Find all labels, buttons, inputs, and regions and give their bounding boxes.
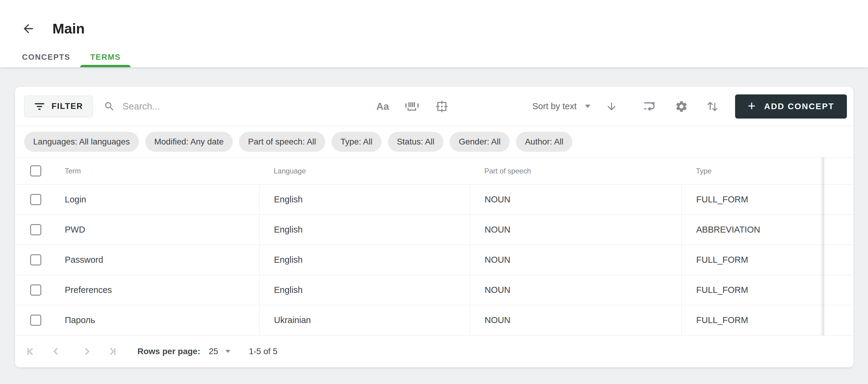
plus-icon: + (748, 99, 756, 113)
actions-cell-empty (824, 275, 854, 305)
language-cell: English (259, 215, 470, 245)
search-input[interactable] (122, 101, 292, 112)
terms-card: FILTER Aa (15, 87, 854, 367)
language-cell: English (259, 185, 470, 214)
settings-button[interactable] (675, 100, 688, 113)
gear-icon (675, 100, 688, 113)
term-cell: PWD (65, 225, 85, 235)
part-of-speech-cell: NOUN (470, 215, 681, 245)
part-of-speech-cell: NOUN (470, 185, 681, 214)
previous-page-button[interactable] (50, 345, 63, 358)
term-cell: Password (65, 255, 103, 265)
rows-per-page-select[interactable]: 25 (209, 347, 230, 356)
row-checkbox[interactable] (30, 194, 41, 205)
chevron-right-icon (80, 345, 93, 358)
select-all-checkbox[interactable] (30, 165, 41, 176)
col-part-of-speech: Part of speech (470, 157, 681, 184)
tabs: CONCEPTS TERMS (12, 47, 130, 67)
type-cell: FULL_FORM (681, 305, 824, 335)
last-page-button[interactable] (105, 345, 118, 358)
part-of-speech-cell: NOUN (470, 275, 681, 305)
back-button[interactable] (20, 20, 37, 37)
arrows-up-down-icon (706, 99, 719, 113)
pagination-range: 1-5 of 5 (249, 347, 278, 356)
type-cell: FULL_FORM (681, 245, 824, 275)
part-of-speech-cell: NOUN (470, 305, 681, 335)
whole-word-button[interactable] (405, 101, 419, 112)
wrap-text-button[interactable] (643, 100, 657, 113)
exact-match-icon (435, 99, 449, 113)
match-case-button[interactable]: Aa (376, 101, 389, 112)
actions-cell-empty (824, 245, 854, 275)
chevron-left-icon (50, 345, 63, 358)
tab-terms[interactable]: TERMS (80, 47, 130, 67)
chip-author[interactable]: Author: All (516, 132, 572, 152)
wrap-text-icon (643, 100, 657, 113)
term-cell: Preferences (65, 285, 112, 295)
arrow-down-icon (606, 100, 618, 113)
header-term-cell: Term (15, 157, 259, 184)
table-row[interactable]: Preferences English NOUN FULL_FORM (15, 275, 854, 305)
chip-part-of-speech[interactable]: Part of speech: All (239, 132, 325, 152)
next-page-button[interactable] (80, 345, 93, 358)
app-header: Main CONCEPTS TERMS (0, 0, 868, 67)
chip-languages[interactable]: Languages: All languages (24, 132, 139, 152)
type-cell: FULL_FORM (681, 275, 824, 305)
search-icon (104, 101, 115, 112)
last-page-icon (105, 345, 118, 358)
toolbar: FILTER Aa (15, 87, 854, 126)
table-row[interactable]: Login English NOUN FULL_FORM (15, 185, 854, 215)
language-cell: Ukrainian (259, 305, 470, 335)
sort-by-label: Sort by text (532, 101, 577, 111)
rows-per-page-value: 25 (209, 347, 218, 356)
col-term: Term (65, 167, 81, 175)
table-row[interactable]: Password English NOUN FULL_FORM (15, 245, 854, 275)
arrow-left-icon (22, 22, 35, 36)
tab-concepts-label: CONCEPTS (22, 53, 70, 62)
rows-per-page-label: Rows per page: (137, 347, 200, 356)
type-cell: FULL_FORM (681, 185, 824, 214)
first-page-button[interactable] (25, 345, 38, 358)
chevron-down-icon (585, 105, 590, 108)
actions-cell-empty (824, 305, 854, 335)
filter-button[interactable]: FILTER (24, 96, 93, 117)
chip-type[interactable]: Type: All (332, 132, 381, 152)
sort-direction-button[interactable] (606, 100, 618, 113)
row-checkbox[interactable] (30, 224, 41, 235)
table-row[interactable]: PWD English NOUN ABBREVIATION (15, 215, 854, 245)
chevron-down-icon (225, 350, 230, 353)
whole-word-icon (405, 101, 419, 112)
header-top: Main (0, 0, 868, 45)
language-cell: English (259, 275, 470, 305)
page-title: Main (53, 22, 85, 36)
col-type: Type (681, 157, 824, 184)
sort-by-select[interactable]: Sort by text (532, 101, 590, 111)
term-cell: Login (65, 195, 86, 205)
filter-icon (34, 102, 45, 111)
table-row[interactable]: Пароль Ukrainian NOUN FULL_FORM (15, 305, 854, 335)
row-checkbox[interactable] (30, 254, 41, 265)
language-cell: English (259, 245, 470, 275)
table-header: Term Language Part of speech Type (15, 157, 854, 185)
filter-chips-row: Languages: All languages Modified: Any d… (15, 126, 854, 157)
tab-concepts[interactable]: CONCEPTS (12, 47, 80, 67)
chip-status[interactable]: Status: All (388, 132, 444, 152)
filter-button-label: FILTER (52, 102, 83, 111)
col-actions-empty (824, 157, 854, 184)
part-of-speech-cell: NOUN (470, 245, 681, 275)
tab-terms-label: TERMS (90, 53, 121, 62)
search-option-icons: Aa (376, 99, 448, 113)
row-checkbox[interactable] (30, 285, 41, 296)
exact-match-button[interactable] (435, 99, 449, 113)
chip-modified[interactable]: Modified: Any date (145, 132, 233, 152)
search-box (104, 101, 292, 112)
add-concept-label: ADD CONCEPT (764, 102, 834, 111)
col-language: Language (259, 157, 470, 184)
chip-gender[interactable]: Gender: All (450, 132, 510, 152)
add-concept-button[interactable]: + ADD CONCEPT (735, 94, 847, 119)
swap-order-button[interactable] (706, 99, 719, 113)
pagination: Rows per page: 25 1-5 of 5 (15, 335, 854, 367)
row-checkbox[interactable] (30, 315, 41, 326)
term-cell: Пароль (65, 315, 95, 325)
actions-cell-empty (824, 215, 854, 245)
